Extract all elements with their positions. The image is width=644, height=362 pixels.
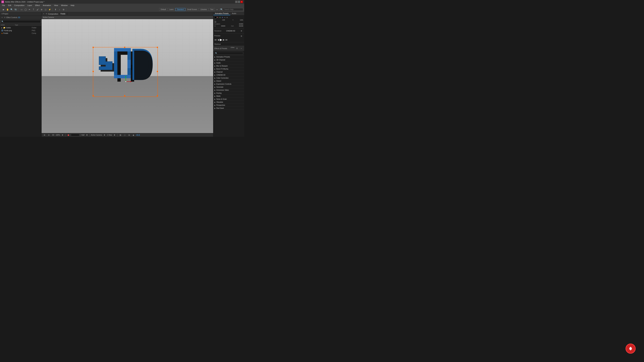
workspace-smallscreen[interactable]: Small Screen: [186, 8, 198, 11]
viewer-3d-btn[interactable]: 3D: [51, 133, 55, 137]
align-left[interactable]: ⬆: [54, 8, 57, 11]
category-keying[interactable]: ▶ Keying: [213, 92, 244, 95]
play-pause[interactable]: ▶: [220, 38, 222, 41]
renderer-settings[interactable]: ⚙: [240, 29, 243, 33]
puppet-tool[interactable]: ⊞: [62, 8, 66, 11]
menu-composition[interactable]: Composition: [13, 4, 26, 7]
project-search-input[interactable]: [1, 20, 41, 23]
rect-tool[interactable]: ▭: [20, 8, 23, 11]
maximize-button[interactable]: □: [238, 1, 240, 3]
selection-tool[interactable]: ▶: [2, 8, 5, 11]
category-perspective[interactable]: ▶ Perspective: [213, 104, 244, 107]
workspace-test[interactable]: Test: [209, 8, 215, 11]
menu-layer[interactable]: Layer: [26, 4, 34, 7]
comp-panel-menu[interactable]: ☰: [45, 13, 47, 15]
menu-animation[interactable]: Animation: [42, 4, 52, 7]
menu-window[interactable]: Window: [60, 4, 69, 7]
pen-tool[interactable]: ✒: [28, 8, 31, 11]
xy-coordinates: X: -229 Y: 1161: [214, 19, 243, 21]
minimize-button[interactable]: ─: [235, 1, 238, 3]
comp-panel-close[interactable]: ✕: [42, 13, 44, 15]
draft-3d[interactable]: ◈: [132, 133, 135, 137]
reset-exposure[interactable]: +0.0: [136, 133, 140, 137]
effects-search-input[interactable]: [214, 52, 243, 55]
menu-view[interactable]: View: [53, 4, 59, 7]
tab-info[interactable]: Animation Presets: [213, 12, 230, 15]
effect-controls-menu[interactable]: ☰: [4, 16, 6, 18]
clone-tool[interactable]: ⊕: [40, 8, 44, 11]
right-panel-tabs: Animation Presets Audio: [213, 12, 244, 15]
skip-to-end[interactable]: ⏭: [226, 38, 228, 41]
next-frame[interactable]: ▶: [223, 38, 225, 41]
category-cinema4d[interactable]: ▶ CINEMA 4D: [213, 73, 244, 77]
workspace-learn[interactable]: Learn: [168, 8, 175, 11]
category-matte[interactable]: ▶ Matte: [213, 95, 244, 98]
close-button[interactable]: ✕: [240, 1, 243, 3]
category-obsolete[interactable]: ▶ Obsolete: [213, 101, 244, 104]
effects-tab2[interactable]: Librar: [230, 46, 234, 50]
viewer-prop-btn[interactable]: ⊟: [47, 133, 51, 137]
app-icon: AE: [1, 0, 4, 3]
category-color-correction[interactable]: ▶ Color Correction: [213, 77, 244, 80]
comp-tab-fondo[interactable]: Fondo: [59, 12, 67, 15]
project-menu[interactable]: ☰: [1, 13, 3, 15]
prev-frame[interactable]: ◀: [217, 38, 219, 41]
preview-section: Preview ☰ ⏮ ◀ ▶ ▶ ⏭: [213, 33, 244, 42]
category-distort[interactable]: ▶ Distort: [213, 80, 244, 83]
project-item-solids[interactable]: ▶ 📁 Solids Folder: [0, 26, 42, 29]
category-noise-grain[interactable]: ▶ Noise & Grain: [213, 98, 244, 101]
category-channel[interactable]: ▶ Channel: [213, 70, 244, 73]
roto-tool[interactable]: ⚡: [48, 8, 52, 11]
effects-menu[interactable]: ☰: [235, 46, 239, 50]
grid-toggle[interactable]: ⊞: [118, 133, 122, 137]
category-expression-controls[interactable]: ▶ Expression Controls: [213, 83, 244, 86]
composition-canvas[interactable]: [42, 19, 213, 133]
project-item-fondo-png[interactable]: 🖼 Fondo.png PNG: [0, 29, 42, 32]
category-name: Keying: [216, 92, 222, 94]
category-audio[interactable]: ▶ Audio: [213, 61, 244, 64]
workspace-default[interactable]: Default: [159, 8, 168, 11]
project-item-fondo-comp[interactable]: ◈ Fondo Comp: [0, 32, 42, 35]
3d-text-object[interactable]: [92, 46, 163, 100]
effect-controls-close[interactable]: ✕: [1, 16, 3, 18]
brush-tool[interactable]: 🖌: [36, 8, 40, 11]
tab-audio[interactable]: Audio: [230, 12, 238, 15]
view-count-dropdown[interactable]: ▼: [113, 133, 116, 137]
menu-effect[interactable]: Effect: [34, 4, 41, 7]
align-right[interactable]: ↕: [58, 8, 62, 11]
category-immersive-video[interactable]: ▶ Immersive Video: [213, 89, 244, 92]
motion-blur[interactable]: ≋: [127, 133, 131, 137]
hand-tool[interactable]: ✋: [6, 8, 10, 11]
mask-toggle[interactable]: □: [123, 133, 126, 137]
category-red-giant[interactable]: ▶ Red Giant: [213, 107, 244, 110]
category-animation-presets[interactable]: ▶ Animation Presets: [213, 55, 244, 58]
shortcut-section: Shortcut: [213, 42, 244, 46]
workspace-overflow[interactable]: »: [215, 8, 219, 11]
zoom-dropdown[interactable]: ▼: [61, 133, 64, 137]
camera-tool[interactable]: 📷: [14, 8, 18, 11]
eraser-tool[interactable]: ◻: [44, 8, 48, 11]
zoom-tool[interactable]: 🔍: [10, 8, 14, 11]
effects-overflow[interactable]: »: [240, 46, 243, 50]
preview-menu[interactable]: ☰: [240, 34, 243, 38]
search-input[interactable]: [223, 8, 243, 11]
arrow-icon: ▶: [214, 107, 216, 109]
effects-search-bar: [213, 51, 244, 55]
workspace-libraries[interactable]: Libraries: [199, 8, 208, 11]
menu-edit[interactable]: Edit: [7, 4, 12, 7]
ellipse-tool[interactable]: ◯: [24, 8, 27, 11]
record-btn[interactable]: ⏺: [66, 133, 70, 137]
category-boris-fx[interactable]: ▶ Boris FX Mocha: [213, 67, 244, 70]
category-blur-sharpen[interactable]: ▶ Blur & Sharpen: [213, 64, 244, 67]
skip-to-start[interactable]: ⏮: [214, 38, 217, 41]
category-3d-channel[interactable]: ▶ 3D Channel: [213, 58, 244, 61]
view-mode-dropdown[interactable]: ▼: [103, 133, 106, 137]
quality-dropdown[interactable]: ▼: [85, 133, 89, 137]
text-tool[interactable]: T: [32, 8, 36, 11]
workspace-standard[interactable]: Standard: [176, 8, 185, 11]
category-generate[interactable]: ▶ Generate: [213, 86, 244, 89]
menu-help[interactable]: Help: [69, 4, 76, 7]
viewer-grid-btn[interactable]: ⊞: [42, 133, 46, 137]
timecode-input[interactable]: 00000: [71, 134, 79, 136]
menu-file[interactable]: File: [1, 4, 6, 7]
